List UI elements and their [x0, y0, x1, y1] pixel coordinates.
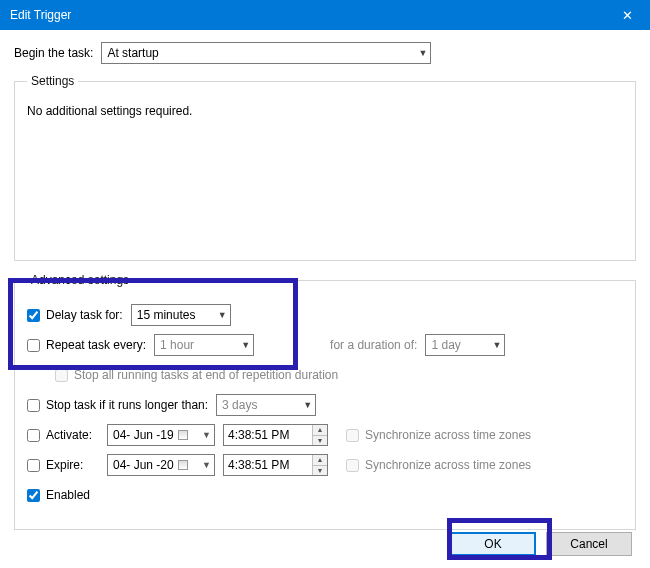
expire-sync-label: Synchronize across time zones: [346, 458, 531, 472]
dialog-footer: OK Cancel: [0, 528, 650, 568]
calendar-icon: [178, 460, 188, 470]
expire-date-input[interactable]: 04- Jun -20 ▼: [107, 454, 215, 476]
enabled-label: Enabled: [46, 488, 90, 502]
calendar-icon: [178, 430, 188, 440]
stop-end-row: Stop all running tasks at end of repetit…: [27, 363, 623, 387]
stop-long-select: 3 days ▼: [216, 394, 316, 416]
delay-label: Delay task for:: [46, 308, 123, 322]
delay-value: 15 minutes: [137, 308, 196, 322]
delay-checkbox[interactable]: [27, 309, 40, 322]
enabled-row: Enabled: [27, 483, 623, 507]
activate-time-input[interactable]: 4:38:51 PM ▲ ▼: [223, 424, 328, 446]
repeat-select: 1 hour ▼: [154, 334, 254, 356]
stop-long-checkbox[interactable]: [27, 399, 40, 412]
close-icon: ✕: [622, 8, 633, 23]
cancel-button[interactable]: Cancel: [546, 532, 632, 556]
enabled-checkbox-label[interactable]: Enabled: [27, 488, 90, 502]
activate-sync-label: Synchronize across time zones: [346, 428, 531, 442]
stop-long-value: 3 days: [222, 398, 257, 412]
repeat-checkbox-label[interactable]: Repeat task every:: [27, 338, 146, 352]
settings-body: No additional settings required.: [27, 98, 623, 248]
repeat-duration-value: 1 day: [431, 338, 460, 352]
spin-up-icon[interactable]: ▲: [313, 425, 327, 436]
expire-time-value: 4:38:51 PM: [224, 455, 312, 475]
settings-message: No additional settings required.: [27, 104, 192, 118]
repeat-checkbox[interactable]: [27, 339, 40, 352]
window-title: Edit Trigger: [10, 8, 605, 22]
expire-sync-text: Synchronize across time zones: [365, 458, 531, 472]
begin-task-select[interactable]: At startup ▼: [101, 42, 431, 64]
spin-down-icon[interactable]: ▼: [313, 436, 327, 446]
chevron-down-icon: ▼: [218, 310, 227, 320]
begin-row: Begin the task: At startup ▼: [14, 42, 636, 64]
time-spinner[interactable]: ▲ ▼: [312, 455, 327, 475]
time-spinner[interactable]: ▲ ▼: [312, 425, 327, 445]
expire-checkbox[interactable]: [27, 459, 40, 472]
advanced-group: Advanced settings Delay task for: 15 min…: [14, 273, 636, 530]
stop-long-row: Stop task if it runs longer than: 3 days…: [27, 393, 623, 417]
activate-row: Activate: 04- Jun -19 ▼ 4:38:51 PM ▲ ▼ S…: [27, 423, 623, 447]
advanced-legend: Advanced settings: [27, 273, 133, 287]
stop-long-checkbox-label[interactable]: Stop task if it runs longer than:: [27, 398, 208, 412]
activate-date-value: 04- Jun -19: [113, 428, 174, 442]
stop-end-checkbox: [55, 369, 68, 382]
expire-checkbox-label[interactable]: Expire:: [27, 458, 99, 472]
chevron-down-icon: ▼: [202, 460, 211, 470]
chevron-down-icon: ▼: [303, 400, 312, 410]
repeat-value: 1 hour: [160, 338, 194, 352]
settings-legend: Settings: [27, 74, 78, 88]
activate-checkbox[interactable]: [27, 429, 40, 442]
enabled-checkbox[interactable]: [27, 489, 40, 502]
expire-sync-checkbox: [346, 459, 359, 472]
stop-end-checkbox-label: Stop all running tasks at end of repetit…: [55, 368, 338, 382]
begin-task-label: Begin the task:: [14, 46, 93, 60]
settings-group: Settings No additional settings required…: [14, 74, 636, 261]
activate-time-value: 4:38:51 PM: [224, 425, 312, 445]
expire-date-value: 04- Jun -20: [113, 458, 174, 472]
activate-label: Activate:: [46, 428, 92, 442]
close-button[interactable]: ✕: [605, 0, 650, 30]
begin-task-value: At startup: [107, 46, 158, 60]
chevron-down-icon: ▼: [241, 340, 250, 350]
expire-time-input[interactable]: 4:38:51 PM ▲ ▼: [223, 454, 328, 476]
repeat-duration-select: 1 day ▼: [425, 334, 505, 356]
activate-date-input[interactable]: 04- Jun -19 ▼: [107, 424, 215, 446]
ok-button[interactable]: OK: [450, 532, 536, 556]
spin-up-icon[interactable]: ▲: [313, 455, 327, 466]
activate-sync-text: Synchronize across time zones: [365, 428, 531, 442]
delay-row: Delay task for: 15 minutes ▼: [27, 303, 623, 327]
repeat-row: Repeat task every: 1 hour ▼ for a durati…: [27, 333, 623, 357]
chevron-down-icon: ▼: [493, 340, 502, 350]
repeat-duration-label: for a duration of:: [330, 338, 417, 352]
expire-label: Expire:: [46, 458, 83, 472]
repeat-label: Repeat task every:: [46, 338, 146, 352]
delay-select[interactable]: 15 minutes ▼: [131, 304, 231, 326]
chevron-down-icon: ▼: [202, 430, 211, 440]
stop-long-label: Stop task if it runs longer than:: [46, 398, 208, 412]
chevron-down-icon: ▼: [418, 48, 427, 58]
delay-checkbox-label[interactable]: Delay task for:: [27, 308, 123, 322]
spin-down-icon[interactable]: ▼: [313, 466, 327, 476]
titlebar: Edit Trigger ✕: [0, 0, 650, 30]
expire-row: Expire: 04- Jun -20 ▼ 4:38:51 PM ▲ ▼ Syn…: [27, 453, 623, 477]
dialog-content: Begin the task: At startup ▼ Settings No…: [0, 30, 650, 552]
stop-end-label: Stop all running tasks at end of repetit…: [74, 368, 338, 382]
activate-sync-checkbox: [346, 429, 359, 442]
activate-checkbox-label[interactable]: Activate:: [27, 428, 99, 442]
